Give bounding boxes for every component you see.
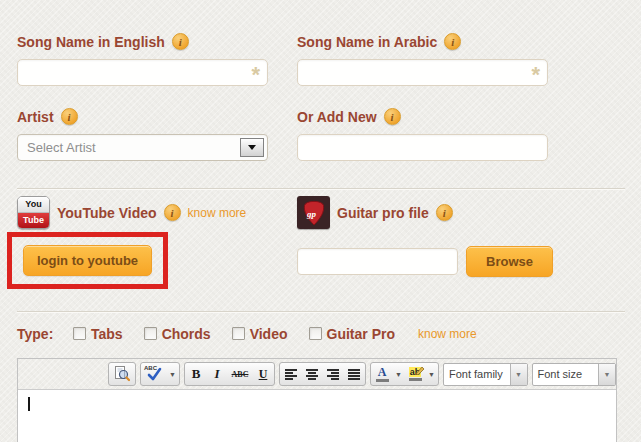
toolbar-group-preview [108, 362, 136, 386]
artist-label-row: Artist i [17, 108, 268, 125]
section-divider [17, 311, 625, 313]
font-size-dropdown-button[interactable]: ▼ [598, 364, 615, 385]
strikethrough-button[interactable]: ABC [228, 364, 252, 384]
italic-button[interactable]: I [207, 364, 227, 384]
chevron-down-icon [248, 145, 256, 150]
font-family-value: Font family [444, 368, 510, 380]
align-center-icon [305, 368, 319, 381]
guitar-pro-file-input[interactable] [297, 248, 458, 275]
underline-button[interactable]: U [253, 364, 273, 384]
font-family-combo[interactable]: Font family ▼ [443, 363, 528, 386]
youtube-video-label: YouTube Video [57, 205, 157, 221]
type-option-video: Video [232, 326, 288, 342]
chords-checkbox-label: Chords [162, 326, 211, 342]
artist-label: Artist [17, 109, 54, 125]
song-name-english-label: Song Name in English [17, 34, 165, 50]
info-icon[interactable]: i [61, 108, 78, 125]
song-name-arabic-input[interactable] [297, 59, 548, 86]
backcolor-dropdown-arrow[interactable]: ▼ [426, 364, 437, 384]
annotation-highlight-box: login to youtube [7, 232, 168, 289]
artist-select-dropdown-button[interactable] [240, 138, 264, 157]
italic-icon: I [214, 366, 219, 382]
tabs-checkbox-label: Tabs [91, 326, 123, 342]
song-name-english-label-row: Song Name in English i [17, 33, 268, 50]
info-icon[interactable]: i [436, 204, 453, 221]
youtube-know-more-link[interactable]: know more [188, 206, 247, 220]
add-new-label: Or Add New [297, 109, 377, 125]
type-option-guitar-pro: Guitar Pro [309, 326, 395, 342]
type-option-tabs: Tabs [73, 326, 123, 342]
info-icon[interactable]: i [172, 33, 189, 50]
font-family-dropdown-button[interactable]: ▼ [510, 364, 527, 385]
bold-button[interactable]: B [186, 364, 206, 384]
type-know-more-link[interactable]: know more [418, 327, 477, 341]
align-justify-button[interactable] [344, 364, 364, 384]
type-option-chords: Chords [144, 326, 211, 342]
chords-checkbox[interactable] [144, 327, 157, 340]
song-name-arabic-label: Song Name in Arabic [297, 34, 437, 50]
backcolor-button[interactable]: ab [405, 364, 425, 384]
video-checkbox-label: Video [250, 326, 288, 342]
info-icon[interactable]: i [444, 33, 461, 50]
align-left-button[interactable] [281, 364, 301, 384]
artist-select-value: Select Artist [27, 140, 96, 155]
forecolor-dropdown-arrow[interactable]: ▼ [393, 364, 404, 384]
spellcheck-button[interactable]: ABC [142, 364, 166, 384]
add-new-artist-input[interactable] [297, 134, 548, 161]
underline-icon: U [259, 367, 268, 382]
forecolor-icon: A [376, 366, 389, 382]
song-name-arabic-wrap: * [297, 59, 548, 86]
info-icon[interactable]: i [384, 108, 401, 125]
align-center-button[interactable] [302, 364, 322, 384]
type-label: Type: [17, 326, 73, 342]
add-new-wrap [297, 134, 548, 161]
guitar-pro-checkbox[interactable] [309, 327, 322, 340]
toolbar-group-align [279, 362, 366, 386]
align-right-button[interactable] [323, 364, 343, 384]
youtube-icon: You Tube [17, 196, 50, 229]
forecolor-button[interactable]: A [372, 364, 392, 384]
align-justify-icon [347, 368, 361, 381]
toolbar-group-spellcheck: ABC ▼ [140, 362, 180, 386]
artist-select[interactable]: Select Artist [17, 134, 268, 161]
song-name-arabic-label-row: Song Name in Arabic i [297, 33, 548, 50]
text-cursor [28, 397, 30, 411]
spellcheck-dropdown-arrow[interactable]: ▼ [167, 364, 178, 384]
toolbar-group-format: B I ABC U [184, 362, 275, 386]
align-left-icon [284, 368, 298, 381]
guitar-pro-file-label: Guitar pro file [337, 205, 429, 221]
add-new-label-row: Or Add New i [297, 108, 548, 125]
song-name-english-input[interactable] [17, 59, 268, 86]
tabs-checkbox[interactable] [73, 327, 86, 340]
rich-text-editor: ABC ▼ B I ABC U [17, 358, 617, 442]
song-name-english-wrap: * [17, 59, 268, 86]
editor-content-area[interactable] [18, 389, 616, 442]
pen-icon [415, 365, 425, 375]
youtube-section: You Tube YouTube Video i know more login… [17, 196, 268, 289]
song-submission-form: Song Name in English i Song Name in Arab… [0, 0, 641, 442]
type-row: Type: Tabs Chords Video Guitar Pro know … [0, 325, 641, 342]
guitar-pro-checkbox-label: Guitar Pro [327, 326, 395, 342]
video-checkbox[interactable] [232, 327, 245, 340]
font-size-value: Font size [533, 368, 599, 380]
editor-toolbar: ABC ▼ B I ABC U [18, 359, 616, 389]
align-right-icon [326, 368, 340, 381]
preview-button[interactable] [110, 364, 134, 384]
font-size-combo[interactable]: Font size ▼ [532, 363, 617, 386]
strikethrough-icon: ABC [232, 370, 249, 379]
browse-button[interactable]: Browse [466, 246, 553, 277]
toolbar-group-color: A ▼ ab ▼ [370, 362, 439, 386]
preview-icon [114, 366, 130, 382]
bold-icon: B [192, 366, 201, 382]
login-to-youtube-button[interactable]: login to youtube [23, 245, 152, 276]
guitar-pro-section: gp Guitar pro file i Browse [297, 196, 548, 289]
info-icon[interactable]: i [164, 204, 181, 221]
guitar-pro-icon: gp [297, 196, 330, 229]
